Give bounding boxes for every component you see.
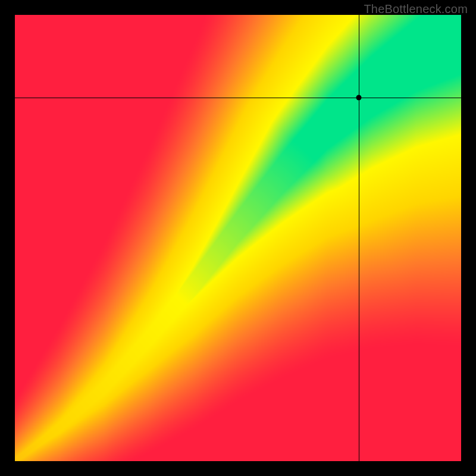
- crosshair-vertical: [359, 15, 359, 461]
- heatmap-canvas: [15, 15, 461, 461]
- crosshair-point: [356, 95, 361, 100]
- chart-frame: TheBottleneck.com: [0, 0, 476, 476]
- plot-area: [15, 15, 461, 461]
- crosshair-horizontal: [15, 98, 461, 98]
- watermark-text: TheBottleneck.com: [364, 2, 468, 16]
